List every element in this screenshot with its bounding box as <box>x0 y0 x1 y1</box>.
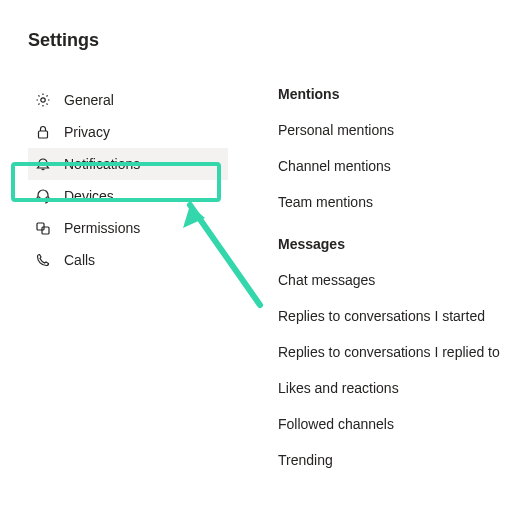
gear-icon <box>34 91 52 109</box>
setting-personal-mentions[interactable]: Personal mentions <box>278 122 500 138</box>
setting-followed-channels[interactable]: Followed channels <box>278 416 500 432</box>
settings-main: Mentions Personal mentions Channel menti… <box>228 84 500 488</box>
sidebar-item-label: Privacy <box>64 124 110 140</box>
setting-channel-mentions[interactable]: Channel mentions <box>278 158 500 174</box>
settings-root: Settings General Privacy Notifications <box>0 0 512 488</box>
setting-replies-replied[interactable]: Replies to conversations I replied to <box>278 344 500 360</box>
section-heading-mentions: Mentions <box>278 86 500 102</box>
headset-icon <box>34 187 52 205</box>
setting-replies-started[interactable]: Replies to conversations I started <box>278 308 500 324</box>
svg-rect-3 <box>46 197 49 201</box>
sidebar-item-notifications[interactable]: Notifications <box>28 148 228 180</box>
sidebar-item-calls[interactable]: Calls <box>28 244 228 276</box>
setting-team-mentions[interactable]: Team mentions <box>278 194 500 210</box>
sidebar-item-general[interactable]: General <box>28 84 228 116</box>
sidebar-item-label: General <box>64 92 114 108</box>
page-title: Settings <box>28 30 512 51</box>
phone-icon <box>34 251 52 269</box>
setting-likes-reactions[interactable]: Likes and reactions <box>278 380 500 396</box>
setting-chat-messages[interactable]: Chat messages <box>278 272 500 288</box>
setting-trending[interactable]: Trending <box>278 452 500 468</box>
svg-rect-1 <box>39 131 48 138</box>
settings-layout: General Privacy Notifications Devices <box>28 84 512 488</box>
sidebar-item-devices[interactable]: Devices <box>28 180 228 212</box>
svg-point-0 <box>41 98 45 102</box>
sidebar-item-permissions[interactable]: Permissions <box>28 212 228 244</box>
sidebar-item-label: Devices <box>64 188 114 204</box>
sidebar-item-label: Calls <box>64 252 95 268</box>
sidebar-item-privacy[interactable]: Privacy <box>28 116 228 148</box>
svg-rect-2 <box>37 197 40 201</box>
permissions-icon <box>34 219 52 237</box>
lock-icon <box>34 123 52 141</box>
sidebar-item-label: Permissions <box>64 220 140 236</box>
sidebar-item-label: Notifications <box>64 156 140 172</box>
settings-sidebar: General Privacy Notifications Devices <box>28 84 228 488</box>
bell-icon <box>34 155 52 173</box>
section-heading-messages: Messages <box>278 236 500 252</box>
